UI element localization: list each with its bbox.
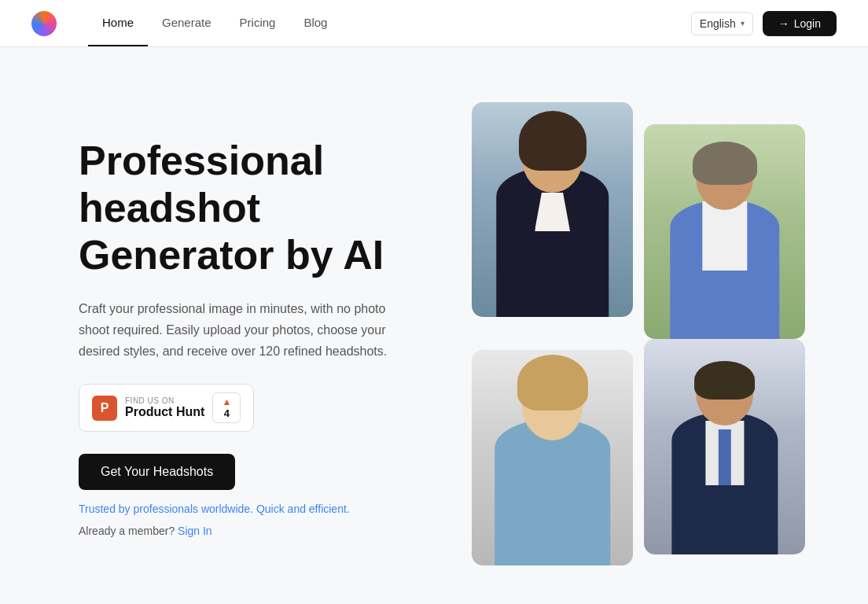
headshot-image-1 (472, 102, 633, 317)
nav-blog[interactable]: Blog (289, 0, 341, 46)
nav-generate[interactable]: Generate (148, 0, 226, 46)
logo (31, 11, 57, 36)
signin-text: Already a member? Sign In (79, 525, 440, 537)
headshot-photo-4 (644, 339, 805, 554)
get-headshots-button[interactable]: Get Your Headshots (79, 454, 235, 490)
product-hunt-find-label: FIND US ON (125, 396, 204, 405)
hero-title: Professional headshot Generator by AI (79, 138, 440, 278)
product-hunt-name: Product Hunt (125, 405, 204, 419)
headshot-photo-2 (644, 124, 805, 339)
hero-left: Professional headshot Generator by AI Cr… (79, 94, 440, 565)
main-content: Professional headshot Generator by AI Cr… (0, 47, 868, 604)
trusted-text: Trusted by professionals worldwide. Quic… (79, 503, 440, 515)
product-hunt-icon: P (92, 396, 117, 421)
sign-in-link[interactable]: Sign In (178, 525, 212, 537)
login-label: Login (794, 17, 821, 30)
headshot-photo-1 (472, 102, 633, 317)
nav-pricing[interactable]: Pricing (226, 0, 290, 46)
header: Home Generate Pricing Blog English ▾ → L… (0, 0, 868, 47)
product-hunt-badge[interactable]: P FIND US ON Product Hunt ▲ 4 (79, 384, 254, 432)
vote-count: 4 (224, 407, 230, 419)
language-selector[interactable]: English ▾ (691, 12, 753, 35)
upvote-arrow-icon: ▲ (222, 396, 231, 407)
photo-grid (472, 94, 805, 565)
main-nav: Home Generate Pricing Blog (88, 0, 341, 46)
login-icon: → (778, 17, 789, 30)
hero-description: Craft your professional image in minutes… (79, 298, 393, 363)
product-hunt-text: FIND US ON Product Hunt (125, 396, 204, 419)
logo-icon (31, 11, 57, 36)
header-right: English ▾ → Login (691, 11, 837, 36)
headshot-image-2 (644, 124, 805, 339)
headshot-image-3 (472, 350, 633, 565)
headshot-image-4 (644, 339, 805, 554)
headshot-photo-3 (472, 350, 633, 565)
login-button[interactable]: → Login (763, 11, 837, 36)
product-hunt-votes: ▲ 4 (212, 392, 241, 423)
chevron-down-icon: ▾ (741, 19, 745, 28)
language-label: English (700, 17, 736, 30)
nav-home[interactable]: Home (88, 0, 148, 46)
